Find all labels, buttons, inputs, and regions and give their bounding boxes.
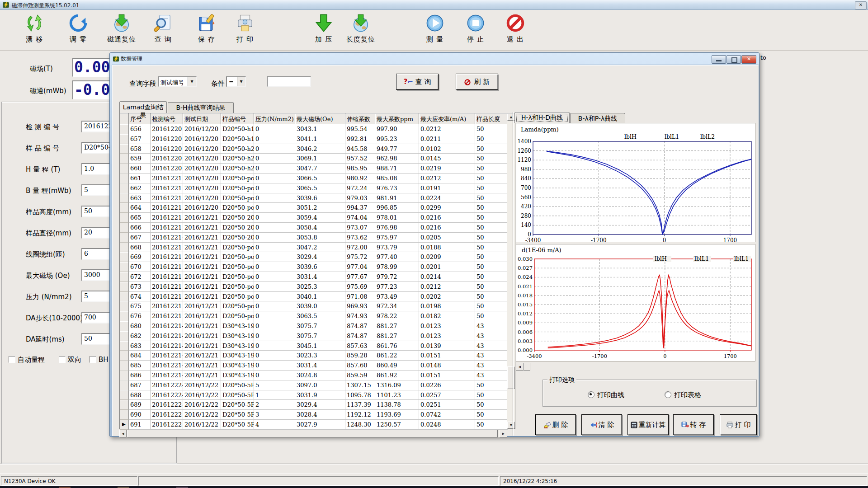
table-row[interactable]: 660201612202016/12/20D20*50-h203047.7985… [120,164,515,174]
scroll-right-icon[interactable]: ▶ [500,430,507,437]
column-header[interactable]: 样品编号 [221,113,254,124]
row-selector[interactable] [120,243,129,253]
row-selector[interactable] [120,203,129,213]
row-selector[interactable] [120,351,129,361]
scroll-up-icon[interactable]: ▲ [507,113,515,121]
column-header[interactable]: 最大磁场(Oe) [295,113,345,124]
table-vscrollbar[interactable]: ▲ ▼ [507,113,515,429]
table-row[interactable]: 66620161221-2016/12/21D20*50-2003058.497… [120,223,515,233]
table-row[interactable]: 66520161221-2016/12/21D20*50-2003059.497… [120,213,515,223]
row-selector[interactable] [120,292,129,302]
transfer-button[interactable]: 转 存 [673,414,714,435]
query-value-input[interactable] [267,76,311,87]
row-selector[interactable] [120,213,129,223]
toolbar-button-zero[interactable]: 调 零 [57,14,100,44]
dialog-restore-button[interactable] [726,55,741,64]
delete-button[interactable]: 删 除 [535,414,576,435]
toolbar-button-save[interactable]: 保 存 [185,14,228,44]
table-row[interactable]: 69020161222-2016/12/22D20*50-5P33028.411… [120,410,515,420]
refresh-button[interactable]: 刷 新 [456,74,498,90]
row-selector[interactable] [120,233,129,243]
toolbar-button-exit[interactable]: 退 出 [494,14,537,44]
row-selector[interactable] [120,410,129,420]
chevron-down-icon[interactable]: ▼ [188,77,196,86]
row-selector[interactable] [120,400,129,410]
row-selector[interactable] [120,262,129,272]
recalculate-button[interactable]: 重新计算 [627,414,669,435]
column-header[interactable]: 检测编号 [151,113,183,124]
toolbar-button-query[interactable]: 查 询 [142,14,185,44]
table-row[interactable]: 68820161222-2016/12/22D20*50-5P13031.910… [120,390,515,400]
query-field-combo[interactable]: 测试编号 ▼ [158,76,197,87]
row-selector[interactable] [120,183,129,193]
row-selector[interactable] [120,174,129,183]
dialog-close-button[interactable]: ✕ [741,55,756,64]
row-selector[interactable] [120,331,129,341]
row-selector[interactable] [120,380,129,390]
table-row[interactable]: 662201612212016/12/20D20*50-po03065.5972… [120,183,515,193]
scroll-left-icon[interactable]: ◀ [119,430,127,437]
row-selector[interactable] [120,311,129,321]
table-row[interactable]: 668201612212016/12/21D20*50-po03047.2972… [120,243,515,253]
table-row[interactable]: 68520161221-2016/12/21D30*43-1903031.485… [120,361,515,371]
toolbar-button-print[interactable]: 打 印 [223,14,267,44]
row-selector[interactable] [120,371,129,380]
table-row[interactable]: 659201612202016/12/20D20*50-h203069.1957… [120,154,515,164]
row-selector[interactable] [120,252,129,262]
row-selector[interactable] [120,154,129,164]
table-row[interactable]: 68920161222-2016/12/22D20*50-5P23029.411… [120,400,515,410]
toolbar-button-stop[interactable]: 停 止 [454,14,497,44]
radio-print-table[interactable]: 打印表格 [665,391,701,400]
row-selector[interactable] [120,124,129,134]
row-selector[interactable]: ▶ [120,420,129,430]
toolbar-button-measure[interactable]: 测 量 [413,14,457,44]
vscroll-thumb[interactable] [507,366,515,389]
table-row[interactable]: 664201612212016/12/20D20*50-po03051.2994… [120,203,515,213]
table-row[interactable]: 672201612212016/12/21D20*50-po03031.4977… [120,272,515,282]
tab-hlambda-curve[interactable]: H-λ和H-D曲线 [514,112,570,123]
search-button[interactable]: ?⌐ 查 询 [396,74,439,90]
column-header[interactable]: 压力(N/mm2) [254,113,295,124]
chevron-down-icon[interactable]: ▼ [237,77,245,86]
table-row[interactable]: 68720161222-2016/12/22D20*50-5P53097.013… [120,380,515,390]
table-row[interactable]: 676201612212016/12/21D20*50-po03063.5974… [120,311,515,321]
row-selector[interactable] [120,301,129,311]
column-header[interactable]: 伸缩系数 [345,113,375,124]
column-header[interactable]: 样品长度 [475,113,508,124]
main-close-button[interactable]: ✕ [855,1,867,9]
table-row[interactable]: 68320161221-2016/12/21D30*43-1903045.185… [120,341,515,351]
toolbar-button-drift[interactable]: 漂 移 [13,14,56,44]
row-selector[interactable] [120,164,129,174]
print-button[interactable]: 打 印 [720,414,757,435]
table-row[interactable]: 669201612212016/12/21D20*50-po03029.4975… [120,252,515,262]
table-hscrollbar[interactable]: ◀ ▶ [119,430,507,437]
query-cond-combo[interactable]: = ▼ [226,76,246,87]
radio-print-curve[interactable]: 打印曲线 [588,391,624,400]
table-row[interactable]: 658201612202016/12/20D20*50-h203046.2945… [120,144,515,154]
row-selector[interactable] [120,134,129,144]
tab-blambda-curve[interactable]: B-λ和P-λ曲线 [570,113,625,123]
table-row[interactable]: 661201612212016/12/20D20*50-po03066.5980… [120,174,515,183]
table-row[interactable]: ▶69120161222-2016/12/22D20*50-5P43027.91… [120,420,515,430]
table-row[interactable]: 670201612212016/12/21D20*50-po03039.6977… [120,262,515,272]
column-header[interactable]: 最大应变率(m/A) [419,113,475,124]
main-titlebar[interactable]: 磁滞伸致测量系统15.02.01 ✕ [0,0,868,10]
table-row[interactable]: 68220161221-2016/12/21D30*43-1903075.787… [120,331,515,341]
table-row[interactable]: 68420161221-2016/12/21D30*43-1903023.385… [120,351,515,361]
clear-button[interactable]: 清 除 [581,414,622,435]
table-row[interactable]: 674201612212016/12/21D20*50-po03040.1971… [120,292,515,302]
table-row[interactable]: 68020161221-2016/12/21D30*43-1903075.787… [120,321,515,331]
table-row[interactable]: 675201612212016/12/21D20*50-po03039.0969… [120,301,515,311]
hscroll-thumb[interactable] [127,430,498,437]
checkbox-auto-range[interactable]: 自动量程 [9,356,45,365]
table-row[interactable]: 673201612212016/12/21D20*50-po03025.3975… [120,282,515,292]
checkbox-bidirectional[interactable]: 双向 [59,356,81,365]
row-selector[interactable] [120,390,129,400]
chart-scroll-left-icon[interactable]: ◀ [516,363,524,371]
tab-lamad-results[interactable]: Lamad查询结果 [119,101,167,113]
column-header[interactable]: 测试日期 [183,113,221,124]
row-selector[interactable] [120,193,129,203]
tab-bh-results[interactable]: B-H曲线查询结果 [168,102,234,113]
column-header[interactable]: 最大系数ppm [375,113,419,124]
row-selector[interactable] [120,144,129,154]
